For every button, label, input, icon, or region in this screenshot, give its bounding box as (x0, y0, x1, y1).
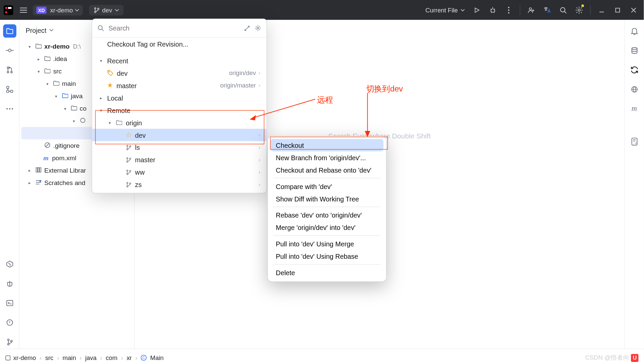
svg-point-54 (129, 145, 131, 147)
svg-point-22 (7, 71, 9, 73)
commit-tool-icon[interactable] (3, 44, 16, 57)
svg-rect-42 (36, 168, 38, 172)
svg-point-33 (7, 344, 9, 345)
breadcrumb[interactable]: xr-demo› src› main› java› com› xr› C Mai… (13, 354, 164, 361)
problems-tool-icon[interactable] (3, 316, 16, 329)
svg-point-32 (7, 339, 9, 341)
remote-branch-item-selected[interactable]: ☆dev› (92, 129, 267, 141)
tag-icon (107, 70, 113, 76)
star-icon: ☆ (126, 131, 131, 139)
ctx-rebase[interactable]: Rebase 'dev' onto 'origin/dev' (271, 209, 384, 221)
svg-point-13 (578, 9, 580, 11)
recent-branch-item[interactable]: devorigin/dev› (92, 67, 267, 79)
svg-point-57 (129, 158, 131, 159)
ctx-show-diff[interactable]: Show Diff with Working Tree (271, 192, 384, 205)
local-section[interactable]: ▸Local (92, 92, 267, 104)
svg-point-27 (6, 108, 7, 110)
branch-icon (126, 182, 131, 187)
pull-request-icon[interactable] (3, 63, 16, 77)
search-icon (97, 25, 104, 32)
ide-window: XD xr-demo dev Current File (0, 0, 644, 362)
ctx-compare[interactable]: Compare with 'dev' (271, 180, 384, 192)
origin-folder[interactable]: ▾origin (92, 116, 267, 129)
checkout-tag-item[interactable]: Checkout Tag or Revision... (92, 38, 267, 50)
maximize-icon[interactable] (610, 2, 625, 17)
recent-branch-item[interactable]: ★masterorigin/master› (92, 79, 267, 92)
vcs-tool-icon[interactable] (3, 336, 16, 349)
notifications-icon[interactable] (628, 24, 641, 38)
settings-icon[interactable] (572, 2, 587, 17)
remote-branch-item[interactable]: zs› (92, 178, 267, 191)
svg-rect-24 (6, 86, 9, 88)
svg-point-8 (508, 7, 509, 8)
run-icon[interactable] (469, 2, 484, 17)
close-icon[interactable] (626, 2, 641, 17)
ctx-pull-rebase[interactable]: Pull into 'dev' Using Rebase (271, 250, 384, 262)
build-tool-icon[interactable] (3, 277, 16, 290)
gear-icon[interactable] (255, 25, 261, 32)
remote-branch-item[interactable]: ls› (92, 141, 267, 154)
package-icon (79, 117, 87, 124)
code-with-me-icon[interactable] (524, 2, 539, 17)
remote-section[interactable]: ▾Remote (92, 104, 267, 116)
minimize-icon[interactable] (594, 2, 609, 17)
chevron-down-icon (49, 29, 53, 32)
maven-icon[interactable]: m (628, 102, 641, 116)
chevron-down-icon (75, 9, 79, 11)
folder-icon (43, 55, 51, 62)
project-tool-icon[interactable] (3, 24, 16, 38)
sync-icon[interactable] (628, 63, 641, 77)
svg-point-23 (10, 71, 12, 73)
structure-tool-icon[interactable] (3, 83, 16, 96)
chevron-down-icon (461, 9, 465, 11)
status-bar: xr-demo› src› main› java› com› xr› C Mai… (0, 349, 644, 362)
scratches-icon (35, 179, 43, 186)
remote-branch-item[interactable]: ww› (92, 166, 267, 178)
main-menu-icon[interactable] (16, 2, 31, 17)
svg-point-56 (127, 161, 128, 162)
svg-point-34 (10, 340, 12, 342)
debug-icon[interactable] (485, 2, 500, 17)
ctx-merge[interactable]: Merge 'origin/dev' into 'dev' (271, 221, 384, 234)
ctx-checkout-rebase[interactable]: Checkout and Rebase onto 'dev' (271, 164, 384, 176)
project-selector[interactable]: XD xr-demo (33, 5, 83, 15)
svg-point-53 (127, 148, 128, 150)
package-icon (70, 105, 78, 112)
search-icon[interactable] (556, 2, 571, 17)
translate-icon[interactable] (540, 2, 555, 17)
remote-branch-item[interactable]: master› (92, 154, 267, 166)
recent-section[interactable]: ▾Recent (92, 54, 267, 67)
star-icon: ★ (107, 81, 113, 89)
svg-point-9 (508, 9, 509, 11)
more-tool-icon[interactable] (3, 102, 16, 116)
module-icon (35, 43, 43, 50)
track-icon[interactable] (244, 25, 250, 31)
svg-point-61 (127, 182, 128, 183)
ctx-pull-merge[interactable]: Pull into 'dev' Using Merge (271, 238, 384, 250)
run-tool-icon[interactable] (3, 257, 16, 271)
ctx-checkout[interactable]: Checkout (271, 139, 384, 151)
globe-icon[interactable] (628, 83, 641, 96)
search-input[interactable] (108, 24, 239, 32)
folder-icon (43, 68, 51, 75)
branch-selector[interactable]: dev (89, 5, 124, 15)
database-icon[interactable] (628, 44, 641, 57)
branch-context-menu: Checkout New Branch from 'origin/dev'...… (267, 136, 386, 282)
run-config-selector[interactable]: Current File (425, 6, 465, 13)
project-badge: XD (36, 6, 47, 13)
branch-icon (126, 144, 131, 150)
app-logo-icon (3, 4, 14, 16)
branches-popup: Checkout Tag or Revision... ▾Recent devo… (92, 18, 267, 193)
ctx-new-branch[interactable]: New Branch from 'origin/dev'... (271, 151, 384, 164)
libraries-icon (35, 167, 43, 174)
svg-point-29 (11, 108, 13, 110)
branch-icon (126, 169, 131, 175)
svg-rect-68 (6, 356, 10, 360)
ctx-delete[interactable]: Delete (271, 266, 384, 279)
terminal-tool-icon[interactable] (3, 296, 16, 310)
more-icon[interactable] (501, 2, 516, 17)
folder-icon (116, 120, 122, 125)
menu-separator (273, 264, 381, 264)
assistant-icon[interactable]: A (628, 135, 641, 148)
chevron-down-icon (115, 9, 119, 11)
